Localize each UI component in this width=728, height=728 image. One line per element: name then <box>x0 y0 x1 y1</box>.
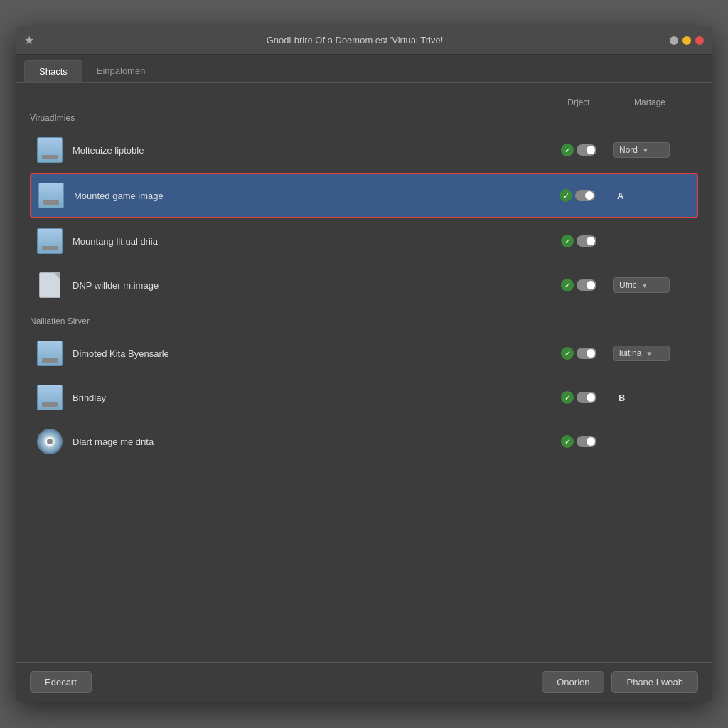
check-icon: ✓ <box>561 144 574 156</box>
manage-area: luitina ▼ <box>607 346 692 361</box>
section-viruadimies-header: ViruadImies <box>30 113 698 123</box>
chevron-down-icon: ▼ <box>641 282 648 289</box>
toggle-area: ✓ <box>550 144 607 156</box>
item-name: Dimoted Kita Byensarle <box>73 348 550 359</box>
item-name: Mountang llt.ual driia <box>73 236 550 247</box>
toggle-switch[interactable] <box>577 235 596 247</box>
manage-dropdown[interactable]: luitina ▼ <box>613 346 670 361</box>
item-icon-drive <box>36 136 64 164</box>
toggle-switch[interactable] <box>577 436 596 447</box>
drive-icon <box>37 385 63 410</box>
col-header-manage: Martage <box>607 97 692 107</box>
drive-icon <box>37 228 63 254</box>
item-icon-drive <box>36 383 64 412</box>
chevron-down-icon: ▼ <box>642 146 649 154</box>
dropdown-value: Ufric <box>619 280 637 290</box>
maximize-button[interactable] <box>682 36 691 45</box>
toggle-area: ✓ <box>549 189 606 202</box>
item-icon-file <box>36 271 64 299</box>
list-item[interactable]: Dimoted Kita Byensarle ✓ luitina ▼ <box>30 332 698 375</box>
main-window: ★ Gnodi-brire Of a Doemom est 'Virtual T… <box>16 26 712 702</box>
item-name: Dlart mage me drita <box>73 437 550 447</box>
check-icon: ✓ <box>561 391 574 404</box>
cancel-button[interactable]: Onorlen <box>542 671 604 693</box>
dropdown-value: luitina <box>619 348 641 358</box>
manage-letter: B <box>613 392 625 403</box>
list-item[interactable]: Molteuize liptoble ✓ Nord ▼ <box>30 129 698 171</box>
list-item[interactable]: Dlart mage me drita ✓ <box>30 420 698 463</box>
drive-icon <box>38 183 64 208</box>
col-header-detect: Drject <box>550 97 607 107</box>
manage-area: Nord ▼ <box>607 142 692 158</box>
footer-left: Edecart <box>30 671 535 693</box>
ok-button[interactable]: Phane Lweah <box>611 671 698 693</box>
item-icon-drive <box>37 181 65 210</box>
title-bar: ★ Gnodi-brire Of a Doemom est 'Virtual T… <box>16 26 712 55</box>
toggle-area: ✓ <box>550 235 607 247</box>
edecart-button[interactable]: Edecart <box>30 671 92 693</box>
column-headers: Drject Martage <box>30 95 698 110</box>
check-icon: ✓ <box>561 279 574 291</box>
item-icon-drive <box>36 227 64 255</box>
list-item[interactable]: Brindlay ✓ B <box>30 376 698 419</box>
toggle-area: ✓ <box>550 391 607 404</box>
list-item[interactable]: DNP willder m.image ✓ Ufric ▼ <box>30 264 698 306</box>
toggle-area: ✓ <box>550 347 607 360</box>
toggle-area: ✓ <box>550 279 607 291</box>
item-icon-drive <box>36 339 64 368</box>
drive-icon <box>37 341 63 366</box>
tab-bar: Shacts Einpalomen <box>16 55 712 83</box>
toggle-switch[interactable] <box>577 348 596 359</box>
check-icon: ✓ <box>560 189 572 202</box>
item-name: DNP willder m.image <box>73 280 550 291</box>
manage-area: A <box>606 191 691 201</box>
tab-shacts[interactable]: Shacts <box>24 60 82 82</box>
manage-area: B <box>607 392 692 403</box>
item-name: Brindlay <box>73 392 550 403</box>
list-item[interactable]: Mountang llt.ual driia ✓ <box>30 220 698 262</box>
section-nailiatien-header: Nailiatien Sirver <box>30 316 698 326</box>
chevron-down-icon: ▼ <box>646 350 653 358</box>
manage-letter: A <box>611 191 623 201</box>
manage-dropdown[interactable]: Ufric ▼ <box>613 277 670 293</box>
file-icon <box>39 272 60 298</box>
dropdown-value: Nord <box>619 145 638 155</box>
content-area: Drject Martage ViruadImies Molteuize lip… <box>16 83 712 662</box>
tab-einpalomen[interactable]: Einpalomen <box>82 60 160 82</box>
drive-icon <box>37 137 63 163</box>
window-title: Gnodi-brire Of a Doemom est 'Virtual Tri… <box>40 35 670 46</box>
manage-dropdown[interactable]: Nord ▼ <box>613 142 670 158</box>
minimize-button[interactable] <box>670 36 678 45</box>
check-icon: ✓ <box>561 235 574 247</box>
footer: Edecart Onorlen Phane Lweah <box>16 662 712 702</box>
check-icon: ✓ <box>561 435 574 448</box>
toggle-switch[interactable] <box>577 279 596 291</box>
item-icon-cd <box>36 427 64 456</box>
toggle-switch[interactable] <box>577 392 596 403</box>
item-name: Molteuize liptoble <box>73 145 550 156</box>
cd-icon <box>37 429 63 454</box>
toggle-area: ✓ <box>550 435 607 448</box>
star-icon: ★ <box>24 33 34 47</box>
manage-area: Ufric ▼ <box>607 277 692 293</box>
item-name: Mounted game image <box>74 191 549 201</box>
list-item-selected[interactable]: Mounted game image ✓ A <box>30 173 698 218</box>
window-controls <box>670 36 704 45</box>
check-icon: ✓ <box>561 347 574 360</box>
toggle-switch[interactable] <box>575 190 595 201</box>
toggle-switch[interactable] <box>577 144 596 156</box>
close-button[interactable] <box>695 36 704 45</box>
